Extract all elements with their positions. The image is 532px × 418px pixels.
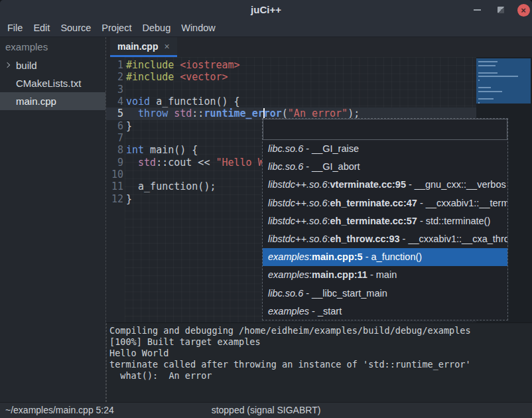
tree-item-build[interactable]: build <box>0 56 105 74</box>
frame-function: - a_function() <box>363 251 422 262</box>
popup-filter-input[interactable] <box>263 119 507 140</box>
code-token: std <box>138 157 156 169</box>
code-token <box>126 107 138 119</box>
close-button[interactable]: × <box>515 0 532 20</box>
cursor-location: ~/examples/main.cpp 5:24 <box>5 403 114 418</box>
stack-frame-5[interactable]: libstdc++.so.6:eh_throw.cc:93 - __cxxabi… <box>263 230 507 248</box>
frame-library: libc.so.6 <box>268 143 303 154</box>
code-token: } <box>126 193 132 205</box>
code-text: a_function(); <box>123 180 216 192</box>
window-title: juCi++ <box>0 0 532 20</box>
menu-item-file[interactable]: File <box>2 20 28 37</box>
code-text: #include <iostream> <box>123 59 240 71</box>
frame-library: libc.so.6 <box>268 288 303 299</box>
frame-library: libstdc++.so.6 <box>268 179 327 190</box>
frame-function: - __cxxabiv1::__term <box>417 198 507 208</box>
stack-frame-1[interactable]: libc.so.6 - __GI_abort <box>263 158 507 176</box>
close-icon: × <box>517 4 530 17</box>
code-text: int main() { <box>123 144 198 156</box>
frame-function: - _start <box>309 306 342 316</box>
line-number: 11 <box>106 180 123 192</box>
terminal-line: Compiling and debugging /home/eidheim/ex… <box>109 325 532 336</box>
line-number: 9 <box>106 157 123 169</box>
tab-label: main.cpp <box>117 41 158 52</box>
code-token: runtime_er <box>204 107 263 119</box>
code-text: } <box>123 193 132 205</box>
code-token: "Hello W <box>216 157 263 169</box>
tree-item-cmakelists-txt[interactable]: CMakeLists.txt <box>0 74 105 92</box>
code-token: throw <box>138 107 168 119</box>
frame-location: eh_terminate.cc:47 <box>330 198 417 208</box>
stack-frame-7[interactable]: examples:main.cpp:11 - main <box>263 266 507 284</box>
stack-frame-9[interactable]: examples - _start <box>263 303 507 320</box>
terminal-output[interactable]: Compiling and debugging /home/eidheim/ex… <box>106 323 532 402</box>
frame-function: - __cxxabiv1::__cxa_thro <box>400 234 507 244</box>
restore-button[interactable] <box>492 0 509 20</box>
minimap-visible-region[interactable] <box>476 58 531 104</box>
minimap-line <box>478 61 498 62</box>
code-token <box>174 71 180 83</box>
stack-trace-popup: libc.so.6 - __GI_raiselibc.so.6 - __GI_a… <box>262 118 508 320</box>
frame-library: libstdc++.so.6 <box>268 216 327 226</box>
stack-frame-3[interactable]: libstdc++.so.6:eh_terminate.cc:47 - __cx… <box>263 194 507 212</box>
code-token: ::cout << <box>156 157 216 169</box>
code-text: void a_function() { <box>123 96 240 107</box>
line-number: 6 <box>106 120 123 132</box>
frame-function: - main <box>367 269 397 280</box>
line-number: 4 <box>106 96 123 107</box>
code-token: #include <box>126 71 174 83</box>
line-number: 8 <box>106 144 123 156</box>
terminal-line: [100%] Built target examples <box>109 336 532 348</box>
tab-close-icon[interactable]: × <box>164 42 169 51</box>
frame-function: - __GI_raise <box>303 143 359 154</box>
code-token: <iostream> <box>180 59 239 71</box>
frame-location: eh_terminate.cc:57 <box>330 216 417 226</box>
stack-frame-0[interactable]: libc.so.6 - __GI_raise <box>263 140 507 158</box>
stack-frame-8[interactable]: libc.so.6 - __libc_start_main <box>263 285 507 303</box>
frame-function: - __gnu_cxx::__verbos <box>406 179 506 190</box>
project-header[interactable]: examples <box>0 37 105 56</box>
chevron-right-icon[interactable] <box>5 62 10 68</box>
tree-item-main-cpp[interactable]: main.cpp <box>0 92 105 110</box>
menu-bar: FileEditSourceProjectDebugWindow <box>0 20 532 37</box>
line-number: 1 <box>106 59 123 71</box>
stack-frame-4[interactable]: libstdc++.so.6:eh_terminate.cc:57 - std:… <box>263 212 507 230</box>
minimap-line <box>478 80 480 81</box>
minimize-button[interactable] <box>468 0 486 20</box>
code-token: :: <box>192 107 204 119</box>
minimap-line <box>478 76 518 77</box>
menu-item-source[interactable]: Source <box>55 20 96 37</box>
frame-library: libc.so.6 <box>268 161 303 172</box>
frame-function: - __GI_abort <box>303 161 360 172</box>
code-token <box>168 107 174 119</box>
status-bar: ~/examples/main.cpp 5:24 stopped (signal… <box>0 402 532 418</box>
stack-frame-6[interactable]: examples:main.cpp:5 - a_function() <box>263 248 507 266</box>
menu-item-edit[interactable]: Edit <box>28 20 55 37</box>
stack-frame-2[interactable]: libstdc++.so.6:vterminate.cc:95 - __gnu_… <box>263 176 507 194</box>
line-number: 2 <box>106 71 123 83</box>
menu-item-debug[interactable]: Debug <box>137 20 176 37</box>
menu-item-window[interactable]: Window <box>176 20 221 37</box>
code-token: a_function(); <box>126 180 216 192</box>
code-token: #include <box>126 59 174 71</box>
line-number: 12 <box>106 193 123 205</box>
code-token: <vector> <box>180 71 228 83</box>
debug-status: stopped (signal SIGABRT) <box>212 403 321 418</box>
tab-main-cpp[interactable]: main.cpp × <box>110 37 177 57</box>
frame-library: examples <box>268 251 309 262</box>
code-text: std::cout << "Hello W <box>123 157 264 169</box>
frame-location: vterminate.cc:95 <box>330 179 406 190</box>
terminal-line: what(): An error <box>109 370 532 382</box>
minimap-line <box>478 65 496 66</box>
frame-location: main.cpp:5 <box>312 251 363 262</box>
code-token: a_function() { <box>150 96 239 107</box>
terminal-line: Hello World <box>109 348 532 359</box>
frame-library: libstdc++.so.6 <box>268 198 327 208</box>
code-line-1: 1#include <iostream> <box>106 59 476 71</box>
menu-item-project[interactable]: Project <box>96 20 137 37</box>
frame-library: libstdc++.so.6 <box>268 234 327 244</box>
code-line-2: 2#include <vector> <box>106 71 476 83</box>
code-text: #include <vector> <box>123 71 228 83</box>
tab-bar: main.cpp × <box>106 37 532 57</box>
title-bar[interactable]: juCi++ × <box>0 0 532 20</box>
